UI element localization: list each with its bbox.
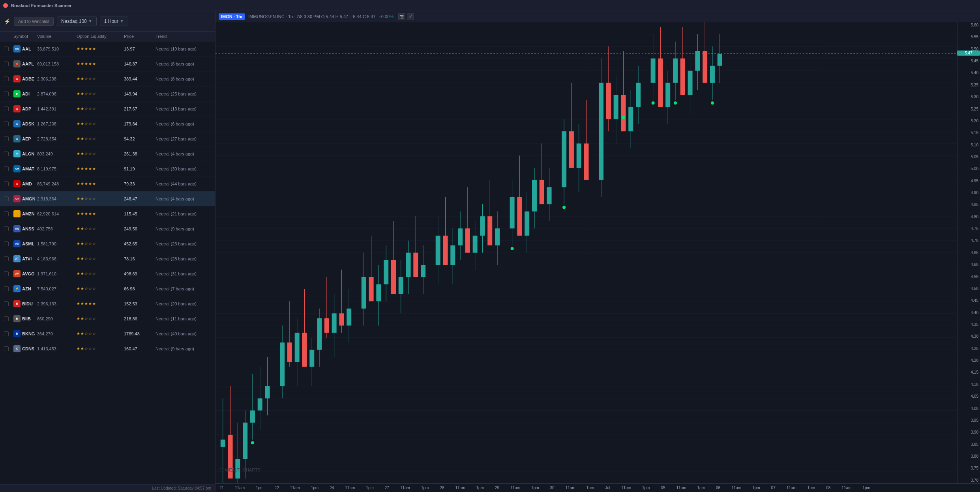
price-label: 3.80 (959, 454, 978, 458)
row-checkbox[interactable] (4, 211, 9, 216)
table-row[interactable]: A ADP 1,442,391 ★★☆☆☆ 217.67 Neutral (13… (0, 101, 215, 116)
stars-cell: ★★★★★ (77, 62, 124, 66)
time-label: 06 (716, 486, 720, 490)
volume-cell: 1,267,208 (37, 122, 77, 126)
symbol-text: AVGO (22, 271, 35, 276)
price-label: 4.10 (959, 382, 978, 387)
time-label: 30 (550, 486, 555, 490)
filter-icon[interactable]: ⚡ (4, 18, 11, 24)
volume-cell: 2,874,098 (37, 92, 77, 96)
table-row[interactable]: AT ATVI 4,183,966 ★★☆☆☆ 78.16 Neutral (2… (0, 251, 215, 266)
add-watchlist-button[interactable]: Add to Watchlist (14, 17, 54, 26)
row-checkbox[interactable] (4, 301, 9, 306)
price-cell: 179.84 (124, 122, 156, 126)
col-option-liquidity[interactable]: Option Liquidity (77, 34, 124, 39)
row-checkbox[interactable] (4, 122, 9, 126)
status-bar: Last Updated: Saturday 04:57 pm (0, 484, 215, 492)
table-row[interactable]: A ADSK 1,267,208 ★★☆☆☆ 179.84 Neutral (6… (0, 116, 215, 131)
symbol-cell: AT ATVI (13, 255, 37, 262)
table-row[interactable]: A AMD 86,749,248 ★★★★★ 79.33 Neutral (44… (0, 176, 215, 191)
table-row[interactable]: B BKNG 364,270 ★★☆☆☆ 1769.48 Neutral (40… (0, 326, 215, 341)
row-checkbox[interactable] (4, 346, 9, 351)
row-checkbox[interactable] (4, 77, 9, 81)
col-volume[interactable]: Volume (37, 34, 77, 39)
table-row[interactable]: ✳ ALGN 803,249 ★★☆☆☆ 261.38 Neutral (4 b… (0, 146, 215, 161)
chart-btn-camera[interactable]: 📷 (398, 13, 405, 20)
stars-cell: ★★★★★ (77, 166, 124, 171)
price-label: 4.90 (959, 191, 978, 195)
row-checkbox[interactable] (4, 226, 9, 231)
trend-cell: Neutral (40 bars ago) (156, 331, 211, 336)
chart-topbar: IMGN · 1hr IMMUNOGEN INC · 1h · 7/8 3:30… (215, 11, 980, 22)
table-row[interactable]: AV AVGO 1,971,610 ★★☆☆☆ 498.69 Neutral (… (0, 266, 215, 281)
stock-logo: AN (13, 225, 21, 232)
col-price[interactable]: Price (124, 34, 156, 39)
volume-cell: 1,442,391 (37, 107, 77, 111)
table-row[interactable]: AM AMAT 8,119,975 ★★★★★ 91.19 Neutral (3… (0, 161, 215, 176)
symbol-text: ATVI (22, 256, 32, 261)
row-checkbox[interactable] (4, 92, 9, 96)
row-checkbox[interactable] (4, 316, 9, 321)
row-checkbox[interactable] (4, 166, 9, 171)
row-checkbox[interactable] (4, 271, 9, 276)
price-label: 4.50 (959, 286, 978, 291)
row-checkbox[interactable] (4, 256, 9, 261)
chart-symbol-badge[interactable]: IMGN · 1hr (219, 13, 245, 20)
close-button[interactable] (3, 3, 8, 8)
row-checkbox[interactable] (4, 241, 9, 246)
time-label: 11am (345, 486, 355, 490)
toolbar: ⚡ Add to Watchlist Nasdaq 100 ▼ 1 Hour ▼ (0, 11, 215, 32)
volume-cell: 364,270 (37, 331, 77, 336)
table-row[interactable]: B BIIB 860,290 ★★☆☆☆ 218.86 Neutral (11 … (0, 311, 215, 326)
stock-logo: AT (13, 255, 21, 262)
table-row[interactable]: B BIDU 2,396,133 ★★★★★ 152.53 Neutral (2… (0, 296, 215, 311)
price-label: 5.00 (959, 166, 978, 171)
row-checkbox[interactable] (4, 196, 9, 201)
row-checkbox[interactable] (4, 152, 9, 156)
table-row[interactable]: C CDNS 1,413,453 ★★☆☆☆ 160.47 Neutral (9… (0, 341, 215, 356)
price-cell: 261.38 (124, 152, 156, 156)
stars-cell: ★★☆☆☆ (77, 286, 124, 291)
row-checkbox[interactable] (4, 331, 9, 336)
table-row[interactable]: A AEP 2,728,354 ★★☆☆☆ 94.32 Neutral (27 … (0, 131, 215, 146)
volume-cell: 402,756 (37, 226, 77, 231)
table-row[interactable]: 🛒 AMZN 62,920,614 ★★★★★ 115.45 Neutral (… (0, 206, 215, 221)
col-trend[interactable]: Trend (156, 34, 211, 39)
row-checkbox[interactable] (4, 181, 9, 186)
price-cell: 66.98 (124, 286, 156, 291)
table-row[interactable]: ⚡ AZN 7,540,027 ★★☆☆☆ 66.98 Neutral (7 b… (0, 281, 215, 296)
row-checkbox[interactable] (4, 137, 9, 141)
table-row[interactable]: AA AAL 33,879,510 ★★★★★ 13.97 Neutral (1… (0, 41, 215, 56)
time-label: 1pm (256, 486, 263, 490)
stars-cell: ★★☆☆☆ (77, 271, 124, 276)
timeframe-dropdown[interactable]: 1 Hour ▼ (100, 17, 128, 26)
row-checkbox[interactable] (4, 286, 9, 291)
row-checkbox[interactable] (4, 107, 9, 111)
symbol-cell: A AEP (13, 135, 37, 142)
table-row[interactable]: A ADBE 2,306,238 ★★☆☆☆ 389.44 Neutral (8… (0, 71, 215, 86)
chart-controls: 📷 ⤢ (398, 13, 414, 20)
volume-cell: 2,918,364 (37, 196, 77, 201)
price-label: 4.80 (959, 215, 978, 219)
price-label: 4.30 (959, 334, 978, 339)
col-symbol[interactable]: Symbol (13, 34, 37, 39)
time-label: 1pm (697, 486, 705, 490)
trend-cell: Neutral (25 bars ago) (156, 92, 211, 96)
trend-cell: Neutral (8 bars ago) (156, 62, 211, 66)
price-label: 4.00 (959, 406, 978, 411)
chart-btn-expand[interactable]: ⤢ (407, 13, 414, 20)
stock-logo: 🛒 (13, 210, 21, 217)
row-checkbox[interactable] (4, 47, 9, 51)
stars-cell: ★★★★★ (77, 301, 124, 306)
symbol-text: AMD (22, 181, 32, 186)
symbol-cell: B BIIB (13, 315, 37, 322)
row-checkbox[interactable] (4, 62, 9, 66)
market-dropdown[interactable]: Nasdaq 100 ▼ (57, 17, 97, 26)
table-row[interactable]: Am AMGN 2,918,364 ★★☆☆☆ 248.47 Neutral (… (0, 191, 215, 206)
table-row[interactable]: AN ANSS 402,756 ★★☆☆☆ 249.56 Neutral (9 … (0, 221, 215, 236)
volume-cell: 33,879,510 (37, 47, 77, 51)
table-row[interactable]: ▶ ADI 2,874,098 ★★☆☆☆ 149.94 Neutral (25… (0, 86, 215, 101)
table-row[interactable]: AS ASML 1,581,790 ★★☆☆☆ 452.65 Neutral (… (0, 236, 215, 251)
stock-logo: B (13, 300, 21, 307)
table-row[interactable]: 🍎 AAPL 69,013,158 ★★★★★ 146.87 Neutral (… (0, 56, 215, 71)
